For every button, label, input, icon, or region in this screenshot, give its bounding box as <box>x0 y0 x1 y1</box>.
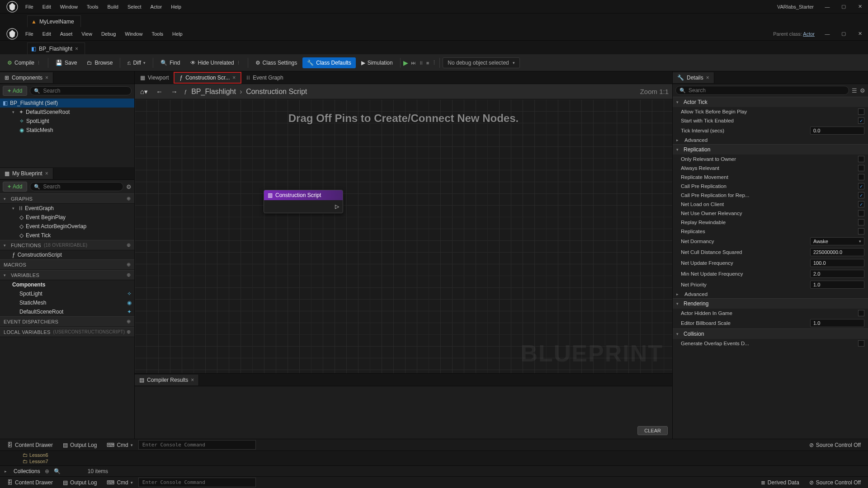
browse-button[interactable]: 🗀Browse <box>82 57 117 68</box>
forward-button[interactable]: → <box>169 87 179 96</box>
myblueprint-tab[interactable]: ▦ My Blueprint × <box>0 168 53 179</box>
cmd-button[interactable]: ⌨Cmd▾ <box>102 478 137 488</box>
add-macro-button[interactable]: ⊕ <box>127 262 131 267</box>
simulation-button[interactable]: ▶Simulation <box>357 57 397 68</box>
stop-button[interactable]: ■ <box>426 60 429 66</box>
close-button[interactable]: ✕ <box>852 2 868 11</box>
var-spotlight[interactable]: SpotLight✧ <box>0 289 134 298</box>
add-local-button[interactable]: ⊕ <box>127 329 131 335</box>
event-beginoverlap[interactable]: ◇Event ActorBeginOverlap <box>0 222 134 231</box>
details-search[interactable]: 🔍 <box>675 86 849 95</box>
component-staticmesh[interactable]: ◉ StaticMesh <box>0 126 134 135</box>
billboard-field[interactable]: 1.0 <box>810 319 864 327</box>
vars-components-group[interactable]: Components <box>0 280 134 289</box>
checkbox[interactable] <box>858 174 864 180</box>
close-icon[interactable]: × <box>706 75 709 81</box>
event-tick[interactable]: ◇Event Tick <box>0 231 134 240</box>
find-button[interactable]: 🔍Find <box>156 57 184 68</box>
menu-actor[interactable]: Actor <box>146 2 167 11</box>
search-icon[interactable]: 🔍 <box>54 468 61 474</box>
prop-advanced-2[interactable]: Advanced <box>684 291 864 297</box>
folder-lesson6[interactable]: 🗀Lesson6 <box>23 452 868 458</box>
component-spotlight[interactable]: ✧ SpotLight <box>0 117 134 126</box>
checkbox[interactable]: ✓ <box>858 192 864 198</box>
console-command-input[interactable] <box>138 478 256 487</box>
console-command-input[interactable] <box>138 440 256 450</box>
menu-help[interactable]: Help <box>166 2 186 11</box>
menu-window[interactable]: Window <box>56 2 82 11</box>
collections-label[interactable]: Collections <box>14 468 40 474</box>
node-construction-script[interactable]: ▥Construction Script ▷ <box>264 190 343 213</box>
minimize-button[interactable]: — <box>819 2 835 11</box>
tab-event-graph[interactable]: ⁞⁞Event Graph <box>241 72 288 83</box>
checkbox[interactable] <box>858 210 864 216</box>
tick-interval-field[interactable]: 0.0 <box>810 127 864 135</box>
cat-locals[interactable]: LOCAL VARIABLES (USERCONSTRUCTIONSCRIPT)… <box>0 327 134 337</box>
menu-asset[interactable]: Asset <box>56 29 77 38</box>
exec-output-pin[interactable]: ▷ <box>335 203 339 210</box>
min-update-field[interactable]: 2.0 <box>810 270 864 278</box>
menu-debug[interactable]: Debug <box>97 29 120 38</box>
add-component-button[interactable]: +Add <box>3 86 27 96</box>
source-control-button[interactable]: ⊘Source Control Off <box>805 440 865 450</box>
level-tab[interactable]: ▲ MyLevelName <box>27 15 81 27</box>
components-search[interactable]: 🔍 <box>30 86 132 95</box>
tab-viewport[interactable]: ▦Viewport <box>135 72 174 83</box>
menu-help[interactable]: Help <box>168 29 187 38</box>
compile-button[interactable]: ⚙ Compile ⋮ <box>3 57 45 68</box>
event-beginplay[interactable]: ◇Event BeginPlay <box>0 213 134 222</box>
save-button[interactable]: 💾Save <box>51 57 81 68</box>
checkbox[interactable] <box>858 228 864 235</box>
minimize-button[interactable]: — <box>819 29 835 38</box>
add-myblueprint-button[interactable]: +Add <box>3 182 27 192</box>
breadcrumb-asset[interactable]: BP_Flashlight <box>191 88 236 95</box>
cat-replication[interactable]: ▾Replication <box>673 144 868 155</box>
net-dormancy-combo[interactable]: Awake▾ <box>810 237 864 245</box>
expand-icon[interactable]: ▾ <box>12 110 17 114</box>
menu-tools[interactable]: Tools <box>147 29 168 38</box>
menu-build[interactable]: Build <box>103 2 123 11</box>
checkbox[interactable] <box>858 108 864 115</box>
cull-field[interactable]: 225000000.0 <box>810 248 864 256</box>
breadcrumb-graph[interactable]: Construction Script <box>246 88 307 95</box>
content-drawer-button[interactable]: 🗄Content Drawer <box>3 478 57 488</box>
cat-macros[interactable]: MACROS ⊕ <box>0 259 134 270</box>
maximize-button[interactable]: ▢ <box>835 29 852 38</box>
cat-variables[interactable]: ▾VARIABLES ⊕ <box>0 270 134 280</box>
close-icon[interactable]: × <box>232 75 236 81</box>
expand-icon[interactable]: ▸ <box>5 469 9 474</box>
gear-icon[interactable]: ⚙ <box>126 183 132 190</box>
graph-eventgraph[interactable]: ▾⁞⁞EventGraph <box>0 204 134 213</box>
parent-class-link[interactable]: Actor <box>803 31 815 37</box>
add-function-button[interactable]: ⊕ <box>127 242 131 248</box>
myblueprint-search[interactable]: 🔍 <box>30 182 123 191</box>
cmd-button[interactable]: ⌨Cmd▾ <box>102 440 137 450</box>
var-defaultsceneroot[interactable]: DefaultSceneRoot✦ <box>0 307 134 316</box>
pause-button[interactable]: ⏸ <box>419 60 424 66</box>
myblueprint-search-input[interactable] <box>43 183 119 190</box>
class-defaults-button[interactable]: 🔧Class Defaults <box>302 57 355 68</box>
play-button[interactable]: ▶ <box>403 59 408 66</box>
checkbox[interactable] <box>858 340 864 347</box>
cat-dispatchers[interactable]: EVENT DISPATCHERS ⊕ <box>0 316 134 327</box>
cat-collision[interactable]: ▾Collision <box>673 328 868 339</box>
add-variable-button[interactable]: ⊕ <box>127 272 131 278</box>
add-dispatcher-button[interactable]: ⊕ <box>127 319 131 324</box>
hide-unrelated-button[interactable]: 👁Hide Unrelated⋮ <box>186 57 245 68</box>
debug-object-selector[interactable]: No debug object selected▾ <box>443 57 519 68</box>
menu-edit[interactable]: Edit <box>38 2 56 11</box>
menu-file[interactable]: File <box>21 2 38 11</box>
menu-view[interactable]: View <box>77 29 97 38</box>
tab-construction-script[interactable]: ƒConstruction Scr...× <box>174 72 241 83</box>
checkbox[interactable]: ✓ <box>858 117 864 124</box>
blueprint-tab[interactable]: ◧ BP_Flashlight × <box>27 42 85 54</box>
folder-lesson7[interactable]: 🗀Lesson7 <box>23 458 868 465</box>
clear-button[interactable]: CLEAR <box>637 426 668 435</box>
checkbox[interactable] <box>858 165 864 171</box>
graph-canvas[interactable]: Drag Off Pins to Create/Connect New Node… <box>135 99 672 373</box>
menu-tools[interactable]: Tools <box>82 2 103 11</box>
var-staticmesh[interactable]: StaticMesh◉ <box>0 298 134 307</box>
net-priority-field[interactable]: 1.0 <box>810 281 864 289</box>
diff-button[interactable]: ⎌Diff▾ <box>123 57 150 68</box>
checkbox[interactable]: ✓ <box>858 183 864 189</box>
